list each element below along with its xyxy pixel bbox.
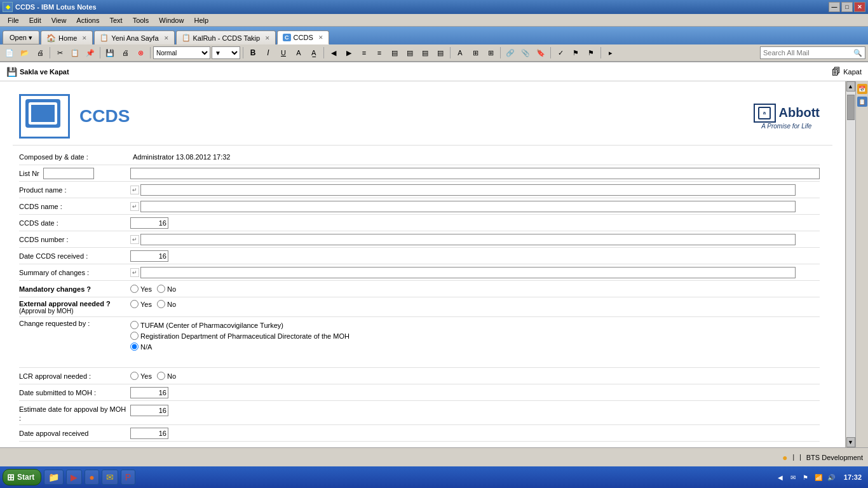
align-justify[interactable]: ▤	[433, 46, 447, 60]
toolbar-copy[interactable]: 📋	[68, 46, 82, 60]
list-nr-small-input[interactable]	[43, 168, 94, 179]
mandatory-yes-radio[interactable]	[130, 285, 139, 293]
font-select[interactable]: Normal	[153, 46, 210, 59]
change-na-radio[interactable]	[130, 342, 139, 351]
toolbar-save[interactable]: 💾	[103, 46, 117, 60]
indent-more[interactable]: ▶	[342, 46, 356, 60]
search-icon[interactable]: 🔍	[853, 49, 862, 57]
scroll-up[interactable]: ▲	[846, 81, 855, 92]
systray-flag[interactable]: ⚑	[801, 472, 811, 482]
indent-less[interactable]: ◀	[327, 46, 341, 60]
external-yes[interactable]: Yes	[130, 300, 152, 308]
close-btn[interactable]: ✕	[854, 2, 865, 12]
tab-yeni[interactable]: 📋 Yeni Ana Sayfa ✕	[94, 30, 174, 44]
sidebar-icon-1[interactable]: 📅	[857, 84, 867, 94]
lcr-no-radio[interactable]	[157, 372, 165, 380]
size-select[interactable]: ▼	[212, 46, 240, 59]
change-registration[interactable]: Registiration Department of Pharmaceutic…	[130, 332, 349, 340]
minimize-btn[interactable]: —	[829, 2, 840, 12]
start-button[interactable]: ⊞ Start	[3, 469, 41, 485]
tab-kalruh[interactable]: 📋 KalRuh - CCDS Takip ✕	[176, 30, 276, 44]
summary-input[interactable]	[140, 267, 796, 278]
change-na[interactable]: N/A	[130, 342, 349, 351]
attach-btn[interactable]: 📎	[519, 46, 532, 60]
date-approval-received-input[interactable]	[130, 428, 168, 439]
taskbar-media2[interactable]: ●	[85, 470, 98, 485]
mandatory-no[interactable]: No	[157, 285, 176, 293]
external-no[interactable]: No	[157, 300, 176, 308]
ccds-date-input[interactable]	[130, 217, 168, 229]
tab-kalruh-close[interactable]: ✕	[265, 35, 270, 41]
change-registration-radio[interactable]	[130, 332, 139, 340]
toolbar-print[interactable]: 🖨	[33, 46, 47, 60]
systray-arrow[interactable]: ◀	[775, 472, 785, 482]
mandatory-yes[interactable]: Yes	[130, 285, 152, 293]
save-kapat-button[interactable]: 💾 Sakla ve Kapat	[6, 67, 69, 77]
list-ul[interactable]: ≡	[357, 46, 371, 60]
ruler-btn[interactable]: ⊞	[468, 46, 482, 60]
toolbar-stop[interactable]: ⊗	[133, 46, 147, 60]
systray-volume[interactable]: 🔊	[826, 472, 836, 482]
lcr-yes-radio[interactable]	[130, 372, 139, 380]
menu-text[interactable]: Text	[104, 15, 127, 25]
external-yes-radio[interactable]	[130, 300, 139, 308]
toolbar-printpreview[interactable]: 🖨	[118, 46, 132, 60]
date-submitted-input[interactable]	[130, 387, 168, 398]
toolbar-open[interactable]: 📂	[18, 46, 32, 60]
toolbar-cut[interactable]: ✂	[53, 46, 67, 60]
menu-help[interactable]: Help	[189, 15, 214, 25]
ccds-name-input[interactable]	[140, 201, 796, 212]
product-name-input[interactable]	[140, 184, 796, 196]
menu-tools[interactable]: Tools	[128, 15, 154, 25]
taskbar-explorer[interactable]: 📁	[44, 470, 64, 485]
table-btn[interactable]: ⊞	[484, 46, 498, 60]
italic-btn[interactable]: I	[261, 46, 275, 60]
align-left[interactable]: ▤	[388, 46, 402, 60]
lcr-no[interactable]: No	[157, 372, 176, 380]
systray-msg[interactable]: ✉	[788, 472, 798, 482]
tab-home-close[interactable]: ✕	[82, 35, 87, 41]
open-button[interactable]: Open ▾	[3, 30, 39, 44]
ccds-number-input[interactable]	[140, 234, 796, 245]
lcr-yes[interactable]: Yes	[130, 372, 152, 380]
tab-yeni-close[interactable]: ✕	[164, 35, 169, 41]
search-input[interactable]	[763, 49, 852, 57]
list-ol[interactable]: ≡	[372, 46, 386, 60]
systray-network[interactable]: 📶	[813, 472, 824, 482]
search-box[interactable]: 🔍	[760, 46, 865, 59]
tab-home[interactable]: 🏠 Home ✕	[41, 30, 93, 44]
mandatory-no-radio[interactable]	[157, 285, 165, 293]
flag-btn[interactable]: ⚑	[569, 46, 583, 60]
bold-btn[interactable]: B	[246, 46, 260, 60]
change-tufam-radio[interactable]	[130, 321, 139, 329]
align-center[interactable]: ▤	[403, 46, 417, 60]
text-size-btn[interactable]: A	[453, 46, 467, 60]
external-no-radio[interactable]	[157, 300, 165, 308]
taskbar-media1[interactable]: ▶	[66, 470, 82, 485]
menu-actions[interactable]: Actions	[71, 15, 104, 25]
menu-edit[interactable]: Edit	[24, 15, 46, 25]
more-btn[interactable]: ▸	[604, 46, 618, 60]
align-right[interactable]: ▤	[418, 46, 432, 60]
tab-ccds[interactable]: C CCDS ✕	[277, 30, 329, 44]
date-ccds-received-input[interactable]	[130, 250, 168, 262]
scroll-down[interactable]: ▼	[846, 437, 855, 447]
window-controls[interactable]: — □ ✕	[829, 2, 865, 12]
spell-btn[interactable]: ✓	[553, 46, 567, 60]
link-btn[interactable]: 🔗	[503, 46, 517, 60]
underline-btn[interactable]: U	[276, 46, 290, 60]
list-nr-input[interactable]	[130, 168, 820, 179]
menu-window[interactable]: Window	[154, 15, 189, 25]
color-btn[interactable]: A̲	[307, 46, 321, 60]
maximize-btn[interactable]: □	[841, 2, 853, 12]
taskbar-ppoint[interactable]: P	[121, 470, 135, 485]
bookmark-btn[interactable]: 🔖	[534, 46, 548, 60]
menu-file[interactable]: File	[3, 15, 24, 25]
highlight-btn[interactable]: A	[292, 46, 306, 60]
toolbar-paste[interactable]: 📌	[83, 46, 97, 60]
toolbar-new[interactable]: 📄	[3, 46, 17, 60]
estimate-date-input[interactable]	[130, 405, 168, 416]
kapat-button[interactable]: 🗐 Kapat	[832, 67, 862, 77]
taskbar-outlook[interactable]: ✉	[102, 470, 118, 485]
flag2-btn[interactable]: ⚑	[584, 46, 598, 60]
